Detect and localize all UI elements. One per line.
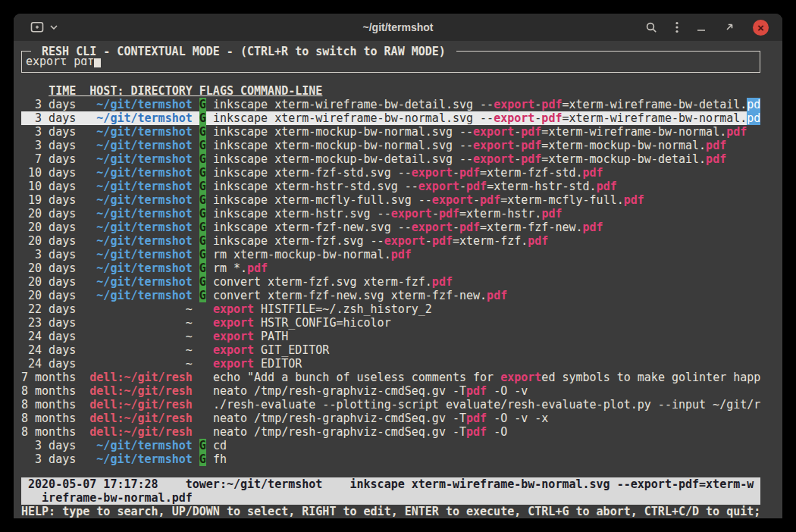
history-row[interactable]: 3 days ~/git/termshot G fh [21,452,760,466]
entry-flag-empty [199,343,206,357]
entry-time: 20 days [21,289,83,302]
entry-gap [206,412,213,425]
table-header-text: TIME HOST: DIRECTORY FLAGS COMMAND-LINE [49,84,322,98]
entry-gap [193,316,199,330]
entry-command-segment: =xterm-mockup-bw-normal. [541,139,706,152]
entry-gap [206,111,213,125]
tabs-dropdown-button[interactable] [50,18,58,36]
entry-gap [206,289,213,302]
entry-gap [193,234,199,248]
entry-flag-git: G [199,98,206,111]
history-row[interactable]: 8 months dell:~/git/resh neato /tmp/resh… [21,425,760,439]
entry-gap [193,275,199,289]
history-row[interactable]: 3 days ~/git/termshot G inkscape xterm-m… [21,125,760,139]
entry-flag-git: G [199,452,206,466]
entry-command-segment: export [432,193,473,207]
entry-gap [193,302,199,316]
history-row[interactable]: 7 days ~/git/termshot G inkscape xterm-m… [21,152,760,166]
restore-window-icon [724,22,735,33]
entry-command-segment: pdf [583,166,603,180]
history-row[interactable]: 20 days ~/git/termshot G rm *.pdf [21,261,760,275]
entry-command-segment: neato /tmp/resh-graphviz-cmdSeq.gv -T [213,412,466,425]
restore-button[interactable] [724,18,735,36]
menu-button[interactable] [675,18,678,36]
titlebar[interactable]: ~/git/termshot [14,14,782,41]
history-row[interactable]: 3 days ~/git/termshot G inkscape xterm-m… [21,139,760,152]
history-row[interactable]: 20 days ~/git/termshot G inkscape xterm-… [21,207,760,221]
entry-command-segment: - [514,152,521,166]
entry-gap [206,152,213,166]
entry-host-directory: ~/git/termshot [83,261,193,275]
entry-command-segment: -O -v -x [487,412,548,425]
entry-gap [206,357,213,371]
history-row[interactable]: 8 months dell:~/git/resh neato /tmp/resh… [21,412,760,425]
entry-command-segment: pdf [541,98,562,111]
history-row[interactable]: 8 months dell:~/git/resh neato /tmp/resh… [21,384,760,398]
entry-time: 19 days [21,193,83,207]
history-row[interactable]: 24 days ~ export EDITOR [21,357,760,371]
entry-gap [193,452,199,466]
entry-host-directory: ~/git/termshot [83,221,193,234]
history-row[interactable]: 20 days ~/git/termshot G inkscape xterm-… [21,234,760,248]
history-row[interactable]: 3 days ~/git/termshot G cd [21,439,760,452]
entry-flag-empty [199,302,206,316]
entry-flag-git: G [199,207,206,221]
history-row[interactable]: 24 days ~ export GIT_EDITOR [21,343,760,357]
entry-time: 10 days [21,180,83,193]
entry-time: 24 days [21,330,83,343]
entry-gap [206,384,213,398]
history-row[interactable]: 20 days ~/git/termshot G inkscape xterm-… [21,221,760,234]
history-row[interactable]: 20 days ~/git/termshot G convert xterm-f… [21,289,760,302]
entry-time: 7 days [21,152,83,166]
entry-time: 3 days [21,125,83,139]
entry-command-segment: inkscape xterm-mockup-bw-normal.svg -- [213,125,473,139]
entry-flag-git: G [199,139,206,152]
entry-command-segment: inkscape xterm-hstr.svg -- [213,207,391,221]
entry-command-segment: inkscape xterm-mcfly-full.svg -- [213,193,432,207]
search-button[interactable] [646,18,657,36]
history-row[interactable]: 23 days ~ export HSTR_CONFIG=hicolor [21,316,760,330]
history-row[interactable]: 24 days ~ export PATH [21,330,760,343]
entry-command-segment: HSTR_CONFIG=hicolor [254,316,391,330]
history-row[interactable]: 8 months dell:~/git/resh ./resh-evaluate… [21,398,760,412]
entry-time: 8 months [21,398,83,412]
entry-gap [206,207,213,221]
history-row[interactable]: 19 days ~/git/termshot G inkscape xterm-… [21,193,760,207]
entry-time: 3 days [21,248,83,261]
entry-host-directory: ~/git/termshot [83,139,193,152]
entry-command-segment: echo "Add a bunch of useless comments fo… [213,371,500,384]
entry-flag-empty [199,371,206,384]
help-bar: HELP: type to search, UP/DOWN to select,… [21,505,760,518]
history-row[interactable]: 3 days ~/git/termshot G inkscape xterm-w… [21,111,760,125]
close-button[interactable]: × [753,18,769,36]
new-tab-button[interactable] [30,18,44,36]
terminal-screen: RESH CLI - CONTEXTUAL MODE - (CTRL+R to … [14,41,782,518]
minimize-button[interactable] [697,18,706,36]
history-row[interactable]: 3 days ~/git/termshot G rm xterm-mockup-… [21,248,760,261]
entry-flag-git: G [199,193,206,207]
entry-command-segment: =xterm-wireframe-bw-detail. [562,98,747,111]
history-row[interactable]: 10 days ~/git/termshot G inkscape xterm-… [21,166,760,180]
entry-command-segment: -O [487,425,507,439]
entry-command-segment: =xterm-fzf-new. [480,221,582,234]
history-row[interactable]: 20 days ~/git/termshot G convert xterm-f… [21,275,760,289]
history-row[interactable]: 7 months dell:~/git/resh echo "Add a bun… [21,371,760,384]
entry-gap [206,180,213,193]
history-row[interactable]: 3 days ~/git/termshot G inkscape xterm-w… [21,98,760,111]
entry-time: 3 days [21,452,83,466]
entry-flag-git: G [199,248,206,261]
table-header-pad [21,84,49,98]
resh-search-input[interactable]: RESH CLI - CONTEXTUAL MODE - (CTRL+R to … [21,51,760,73]
entry-command-segment: rm *. [213,261,247,275]
entry-gap [193,207,199,221]
entry-command-segment: pdf [541,207,562,221]
entry-time: 3 days [21,139,83,152]
entry-command-segment: =xterm-wireframe-bw-normal. [541,125,726,139]
history-row[interactable]: 22 days ~ export HISTFILE=~/.zsh_history… [21,302,760,316]
entry-command-segment: export [473,139,514,152]
entry-time: 20 days [21,234,83,248]
entry-gap [206,125,213,139]
entry-host-directory: dell:~/git/resh [83,398,193,412]
entry-command-segment: pdf [466,425,487,439]
history-row[interactable]: 10 days ~/git/termshot G inkscape xterm-… [21,180,760,193]
